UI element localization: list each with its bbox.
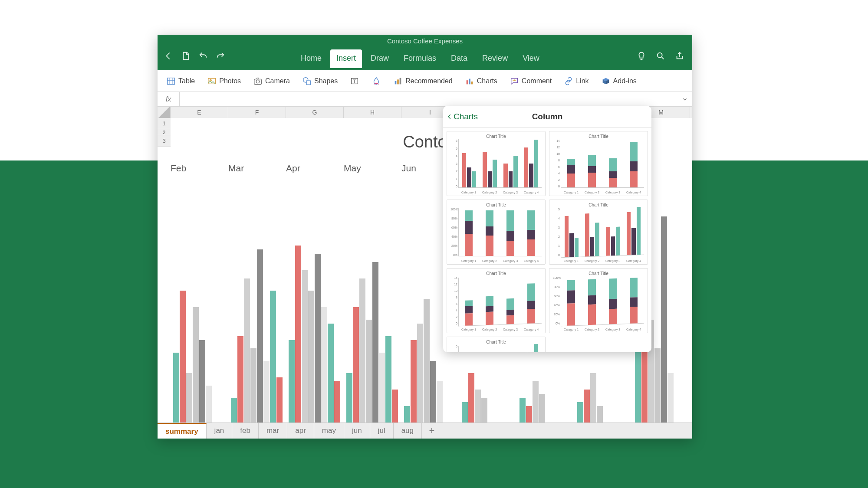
chart-thumbnail-grid: Chart Title6543210Category 1Category 2Ca… xyxy=(443,128,651,352)
thumb-title: Chart Title xyxy=(450,203,542,207)
column-header[interactable]: F xyxy=(228,107,286,118)
popover-title: Column xyxy=(532,112,563,121)
month-label: Feb xyxy=(171,163,228,174)
formula-input[interactable] xyxy=(179,92,677,106)
embedded-chart-title: Conto xyxy=(403,133,447,151)
sheet-tab-feb[interactable]: feb xyxy=(232,423,259,439)
tab-draw[interactable]: Draw xyxy=(365,49,395,68)
titlebar: Contoso Coffee Expenses HomeInsertDrawFo… xyxy=(158,35,692,70)
sheet-tab-may[interactable]: may xyxy=(314,423,344,439)
photos-button[interactable]: Photos xyxy=(203,75,245,88)
sheet-tabs: summaryjanfebmaraprmayjunjulaug+ xyxy=(158,422,692,439)
svg-rect-9 xyxy=(395,81,397,84)
add-sheet-button[interactable]: + xyxy=(422,423,442,439)
svg-rect-7 xyxy=(306,81,310,85)
sheet-tab-apr[interactable]: apr xyxy=(287,423,314,439)
row-headers: 123 xyxy=(158,118,171,147)
app-window: Contoso Coffee Expenses HomeInsertDrawFo… xyxy=(158,35,692,439)
ink-button[interactable] xyxy=(367,75,385,88)
tab-formulas[interactable]: Formulas xyxy=(398,49,442,68)
svg-rect-14 xyxy=(471,81,473,84)
column-header[interactable]: H xyxy=(344,107,401,118)
thumb-title: Chart Title xyxy=(450,134,542,139)
redo-icon[interactable] xyxy=(216,51,225,62)
chart-thumb-column3d[interactable]: Chart Title6543210Category 1Category 2Ca… xyxy=(447,337,546,352)
textbox-button[interactable] xyxy=(345,75,364,88)
tab-review[interactable]: Review xyxy=(476,49,514,68)
sheet-tab-mar[interactable]: mar xyxy=(259,423,287,439)
column-header[interactable]: E xyxy=(171,107,228,118)
sheet-tab-jan[interactable]: jan xyxy=(207,423,233,439)
svg-point-5 xyxy=(256,80,259,83)
comment-button[interactable]: Comment xyxy=(505,75,556,88)
chart-thumb-clustered3d[interactable]: Chart Title543210Category 1Category 2Cat… xyxy=(549,200,648,265)
month-label: Mar xyxy=(228,163,286,174)
svg-rect-13 xyxy=(469,79,470,84)
sheet-tab-jul[interactable]: jul xyxy=(370,423,394,439)
shapes-button[interactable]: Shapes xyxy=(298,75,342,88)
chart-thumb-stacked3d[interactable]: Chart Title14121086420Category 1Category… xyxy=(447,268,546,333)
document-title: Contoso Coffee Expenses xyxy=(158,35,692,46)
chart-thumb-clustered[interactable]: Chart Title6543210Category 1Category 2Ca… xyxy=(447,131,546,196)
svg-rect-1 xyxy=(168,78,175,84)
ribbon-bar: Table Photos Camera Shapes Recommended C… xyxy=(158,70,692,92)
chart-thumb-stacked100_3d[interactable]: Chart Title100%80%60%40%20%0%Category 1C… xyxy=(549,268,648,333)
sheet-tab-summary[interactable]: summary xyxy=(158,423,207,439)
popover-back-button[interactable]: Charts xyxy=(443,112,478,121)
lightbulb-icon[interactable] xyxy=(637,51,646,62)
column-charts-popover: Charts Column Chart Title6543210Category… xyxy=(443,106,651,352)
select-all-cell[interactable] xyxy=(158,107,171,118)
svg-rect-11 xyxy=(400,78,401,84)
row-header[interactable]: 3 xyxy=(158,135,171,147)
recommended-charts-button[interactable]: Recommended xyxy=(389,75,457,88)
formula-expand-icon[interactable] xyxy=(677,96,692,102)
month-label: May xyxy=(344,163,401,174)
popover-back-label: Charts xyxy=(454,112,478,121)
back-icon[interactable] xyxy=(164,51,173,62)
tab-insert[interactable]: Insert xyxy=(330,49,362,68)
tab-home[interactable]: Home xyxy=(295,49,328,68)
svg-rect-10 xyxy=(397,79,399,84)
link-button[interactable]: Link xyxy=(559,75,593,88)
row-header[interactable]: 1 xyxy=(158,118,171,129)
charts-button[interactable]: Charts xyxy=(460,75,502,88)
column-header[interactable]: G xyxy=(286,107,344,118)
thumb-title: Chart Title xyxy=(553,134,644,139)
ribbon-tabs: HomeInsertDrawFormulasDataReviewView xyxy=(295,46,546,68)
search-icon[interactable] xyxy=(656,51,665,62)
month-label: Apr xyxy=(286,163,344,174)
svg-point-0 xyxy=(658,53,662,58)
camera-button[interactable]: Camera xyxy=(249,75,294,88)
share-icon[interactable] xyxy=(675,51,684,62)
formula-bar: fx xyxy=(158,92,692,107)
tab-data[interactable]: Data xyxy=(445,49,473,68)
file-icon[interactable] xyxy=(181,51,191,62)
tab-view[interactable]: View xyxy=(516,49,546,68)
chart-thumb-stacked100[interactable]: Chart Title100%80%60%40%20%0%Category 1C… xyxy=(447,200,546,265)
addins-button[interactable]: Add-ins xyxy=(597,75,641,88)
table-button[interactable]: Table xyxy=(162,75,199,88)
fx-label: fx xyxy=(158,95,179,103)
svg-rect-12 xyxy=(466,80,468,84)
sheet-tab-jun[interactable]: jun xyxy=(344,423,370,439)
row-header[interactable]: 2 xyxy=(158,129,171,135)
chart-thumb-stacked[interactable]: Chart Title14121086420Category 1Category… xyxy=(549,131,648,196)
undo-icon[interactable] xyxy=(198,51,208,62)
sheet-tab-aug[interactable]: aug xyxy=(394,423,422,439)
